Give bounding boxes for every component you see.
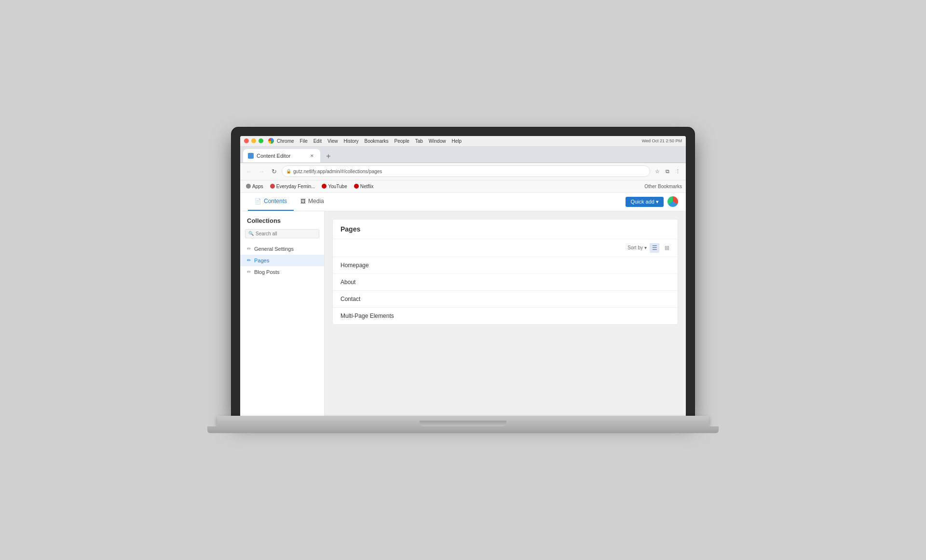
chrome-logo-icon xyxy=(268,138,274,144)
quick-add-button[interactable]: Quick add ▾ xyxy=(626,197,664,207)
nav-contents-label: Contents xyxy=(264,198,287,205)
close-button[interactable] xyxy=(244,138,249,143)
bookmark-ef[interactable]: Everyday Femin... xyxy=(268,183,317,190)
laptop-screen: Chrome File Edit View History Bookmarks … xyxy=(232,127,694,416)
menu-bookmarks[interactable]: Bookmarks xyxy=(365,138,389,144)
chrome-tabbar: Content Editor ✕ + xyxy=(240,147,686,163)
search-input[interactable] xyxy=(256,231,316,236)
mac-menu: Chrome File Edit View History Bookmarks … xyxy=(277,138,462,144)
view-list-button[interactable]: ☰ xyxy=(650,243,659,253)
refresh-button[interactable]: ↻ xyxy=(269,166,279,176)
bookmark-nf-label: Netflix xyxy=(360,184,374,189)
chrome-addressbar: ← → ↻ 🔒 gutz.netlify.app/admin/#/collect… xyxy=(240,163,686,180)
traffic-lights xyxy=(244,138,263,143)
menu-file[interactable]: File xyxy=(300,138,308,144)
contents-icon: 📄 xyxy=(255,198,261,205)
browser-tab-active[interactable]: Content Editor ✕ xyxy=(243,149,320,163)
address-bar[interactable]: 🔒 gutz.netlify.app/admin/#/collections/p… xyxy=(282,165,650,177)
sidebar-item-pages-label: Pages xyxy=(254,258,269,263)
menu-help[interactable]: Help xyxy=(451,138,462,144)
more-icon[interactable]: ⋮ xyxy=(673,167,682,176)
sidebar-item-blog-posts-label: Blog Posts xyxy=(254,269,280,275)
collection-toolbar: Sort by ▾ ☰ ⊞ xyxy=(333,239,678,257)
sidebar-item-pages[interactable]: ✏ Pages xyxy=(240,255,324,266)
user-avatar[interactable] xyxy=(667,196,678,207)
general-settings-icon: ✏ xyxy=(247,246,251,251)
minimize-button[interactable] xyxy=(251,138,256,143)
datetime: Wed Oct 21 2:50 PM xyxy=(642,138,682,143)
bookmark-yt-label: YouTube xyxy=(328,184,347,189)
apps-icon xyxy=(246,184,251,189)
laptop-notch xyxy=(420,421,506,426)
sidebar-title: Collections xyxy=(240,217,324,229)
tab-favicon-icon xyxy=(248,153,254,159)
sidebar-item-general-settings-label: General Settings xyxy=(254,246,294,252)
menu-chrome[interactable]: Chrome xyxy=(277,138,294,144)
forward-button[interactable]: → xyxy=(257,166,266,176)
list-item[interactable]: Homepage xyxy=(333,257,678,274)
yt-favicon-icon xyxy=(322,184,327,189)
menu-window[interactable]: Window xyxy=(429,138,446,144)
maximize-button[interactable] xyxy=(259,138,263,143)
collection-title: Pages xyxy=(340,225,670,233)
view-grid-button[interactable]: ⊞ xyxy=(662,243,672,253)
nav-contents[interactable]: 📄 Contents xyxy=(248,192,294,211)
screen-content: Chrome File Edit View History Bookmarks … xyxy=(240,136,686,416)
sort-label: Sort by ▾ xyxy=(627,245,647,250)
mac-titlebar: Chrome File Edit View History Bookmarks … xyxy=(240,136,686,147)
extension-icon[interactable]: ⧉ xyxy=(663,167,672,176)
new-tab-button[interactable]: + xyxy=(322,150,335,163)
nav-media[interactable]: 🖼 Media xyxy=(294,192,331,211)
address-text: gutz.netlify.app/admin/#/collections/pag… xyxy=(293,169,382,174)
back-button[interactable]: ← xyxy=(244,166,254,176)
toolbar-actions: ☆ ⧉ ⋮ xyxy=(653,167,682,176)
system-info: Wed Oct 21 2:50 PM xyxy=(642,138,682,143)
sidebar-search[interactable]: 🔍 xyxy=(245,229,319,238)
menu-history[interactable]: History xyxy=(343,138,358,144)
laptop-wrapper: Chrome File Edit View History Bookmarks … xyxy=(232,127,694,433)
nav-media-label: Media xyxy=(308,198,324,205)
nf-favicon-icon xyxy=(354,184,359,189)
menu-tab[interactable]: Tab xyxy=(415,138,423,144)
sort-arrow-icon: ▾ xyxy=(644,245,647,250)
blog-posts-icon: ✏ xyxy=(247,269,251,274)
tab-title: Content Editor xyxy=(257,153,290,159)
bookmark-yt[interactable]: YouTube xyxy=(320,183,349,190)
cms-content: Collections 🔍 ✏ General Settings ✏ Pages xyxy=(240,211,686,416)
collection-panel: Pages Sort by ▾ ☰ ⊞ Homepage A xyxy=(332,219,678,325)
bookmark-apps-label: Apps xyxy=(252,184,263,189)
collection-list: Homepage About Contact Multi-Page Elemen… xyxy=(333,257,678,324)
search-icon: 🔍 xyxy=(248,231,254,236)
sidebar-item-blog-posts[interactable]: ✏ Blog Posts xyxy=(240,266,324,278)
list-item[interactable]: Multi-Page Elements xyxy=(333,308,678,324)
cms-main: Pages Sort by ▾ ☰ ⊞ Homepage A xyxy=(325,211,686,416)
cms-nav-right: Quick add ▾ xyxy=(626,196,678,207)
cms-sidebar: Collections 🔍 ✏ General Settings ✏ Pages xyxy=(240,211,325,416)
laptop-base xyxy=(217,416,709,426)
pages-icon: ✏ xyxy=(247,258,251,263)
menu-view[interactable]: View xyxy=(327,138,338,144)
sidebar-item-general-settings[interactable]: ✏ General Settings xyxy=(240,243,324,255)
other-bookmarks[interactable]: Other Bookmarks xyxy=(644,184,682,189)
lock-icon: 🔒 xyxy=(286,169,291,174)
menu-edit[interactable]: Edit xyxy=(313,138,322,144)
star-icon[interactable]: ☆ xyxy=(653,167,662,176)
ef-favicon-icon xyxy=(270,184,275,189)
menu-people[interactable]: People xyxy=(395,138,409,144)
cms-nav: 📄 Contents 🖼 Media Quick add ▾ xyxy=(240,193,686,211)
bookmark-apps[interactable]: Apps xyxy=(244,183,265,190)
collection-header: Pages xyxy=(333,219,678,239)
list-item[interactable]: About xyxy=(333,274,678,291)
bookmarks-bar: Apps Everyday Femin... YouTube Netflix O… xyxy=(240,180,686,193)
sort-text: Sort by xyxy=(627,245,643,250)
list-item[interactable]: Contact xyxy=(333,291,678,308)
media-icon: 🖼 xyxy=(300,198,306,204)
bookmark-nf[interactable]: Netflix xyxy=(352,183,376,190)
bookmark-ef-label: Everyday Femin... xyxy=(276,184,315,189)
tab-close-button[interactable]: ✕ xyxy=(309,152,315,159)
laptop-bottom xyxy=(207,426,719,433)
